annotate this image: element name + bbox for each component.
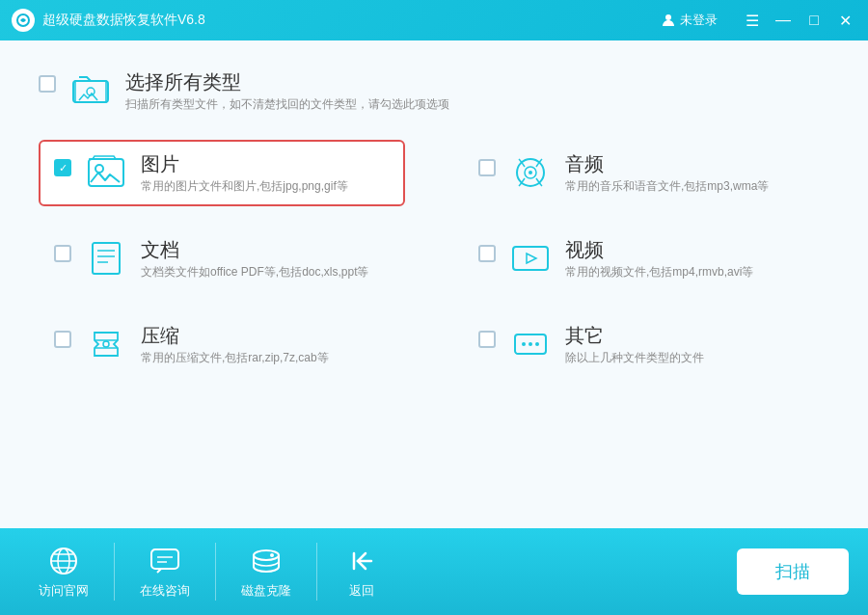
document-desc: 文档类文件如office PDF等,包括doc,xls,ppt等 xyxy=(141,264,390,281)
type-item-audio[interactable]: 音频 常用的音乐和语音文件,包括mp3,wma等 xyxy=(463,140,829,206)
other-checkbox[interactable] xyxy=(478,331,496,348)
select-all-title: 选择所有类型 xyxy=(125,69,829,94)
user-area[interactable]: 未登录 xyxy=(661,12,718,29)
compress-info: 压缩 常用的压缩文件,包括rar,zip,7z,cab等 xyxy=(141,323,390,366)
document-checkbox[interactable] xyxy=(54,245,71,262)
footer-disk-btn[interactable]: 磁盘克隆 xyxy=(222,536,311,607)
compress-desc: 常用的压缩文件,包括rar,zip,7z,cab等 xyxy=(141,350,390,366)
select-all-info: 选择所有类型 扫描所有类型文件，如不清楚找回的文件类型，请勾选此项选项 xyxy=(125,69,829,113)
svg-rect-9 xyxy=(93,243,120,274)
svg-point-21 xyxy=(535,342,539,346)
file-types-grid: 图片 常用的图片文件和图片,包括jpg,png,gif等 音频 xyxy=(39,140,829,378)
chat-icon xyxy=(148,544,182,578)
disk-label: 磁盘克隆 xyxy=(241,582,291,600)
video-title: 视频 xyxy=(565,237,814,262)
svg-rect-2 xyxy=(73,81,108,102)
footer: 访问官网 在线咨询 磁盘克隆 xyxy=(0,528,868,615)
user-label: 未登录 xyxy=(680,12,718,29)
svg-rect-27 xyxy=(151,549,178,569)
other-title: 其它 xyxy=(565,323,814,348)
back-icon xyxy=(344,544,379,578)
footer-divider-2 xyxy=(215,543,216,601)
maximize-button[interactable]: □ xyxy=(802,9,826,32)
compress-checkbox[interactable] xyxy=(54,331,71,348)
other-info: 其它 除以上几种文件类型的文件 xyxy=(565,323,814,366)
svg-point-5 xyxy=(95,165,103,173)
back-label: 返回 xyxy=(349,582,374,600)
globe-icon xyxy=(46,544,81,578)
type-item-other[interactable]: 其它 除以上几种文件类型的文件 xyxy=(463,311,829,378)
app-logo xyxy=(12,9,35,32)
video-info: 视频 常用的视频文件,包括mp4,rmvb,avi等 xyxy=(565,237,814,281)
select-all-checkbox[interactable] xyxy=(39,75,56,93)
other-icon xyxy=(509,323,552,365)
select-all-icon xyxy=(69,69,112,112)
other-desc: 除以上几种文件类型的文件 xyxy=(565,350,814,366)
video-checkbox[interactable] xyxy=(478,245,496,262)
consult-label: 在线咨询 xyxy=(140,582,190,600)
svg-point-17 xyxy=(103,341,109,347)
audio-info: 音频 常用的音乐和语音文件,包括mp3,wma等 xyxy=(565,151,814,195)
svg-point-20 xyxy=(529,342,532,346)
image-info: 图片 常用的图片文件和图片,包括jpg,png,gif等 xyxy=(141,151,390,195)
image-checkbox[interactable] xyxy=(54,159,71,176)
svg-point-8 xyxy=(529,171,532,174)
footer-back-btn[interactable]: 返回 xyxy=(323,536,400,607)
document-info: 文档 文档类文件如office PDF等,包括doc,xls,ppt等 xyxy=(141,237,390,281)
website-label: 访问官网 xyxy=(39,582,89,600)
document-title: 文档 xyxy=(141,237,390,262)
close-button[interactable]: ✕ xyxy=(833,9,856,32)
app-title: 超级硬盘数据恢复软件V6.8 xyxy=(42,12,661,29)
audio-icon xyxy=(509,151,552,194)
type-item-document[interactable]: 文档 文档类文件如office PDF等,包括doc,xls,ppt等 xyxy=(39,226,405,292)
footer-website-btn[interactable]: 访问官网 xyxy=(19,536,108,607)
audio-desc: 常用的音乐和语音文件,包括mp3,wma等 xyxy=(565,178,814,195)
document-icon xyxy=(85,237,127,280)
type-item-video[interactable]: 视频 常用的视频文件,包括mp4,rmvb,avi等 xyxy=(463,226,829,292)
compress-title: 压缩 xyxy=(141,323,390,348)
svg-point-30 xyxy=(254,550,279,560)
svg-point-1 xyxy=(665,14,671,20)
footer-divider-1 xyxy=(114,543,115,601)
svg-point-19 xyxy=(522,342,526,346)
main-content: 选择所有类型 扫描所有类型文件，如不清楚找回的文件类型，请勾选此项选项 图片 常… xyxy=(0,40,868,528)
disk-icon xyxy=(249,544,284,578)
title-bar: 超级硬盘数据恢复软件V6.8 未登录 ☰ — □ ✕ xyxy=(0,0,868,40)
footer-consult-btn[interactable]: 在线咨询 xyxy=(121,536,209,607)
svg-marker-14 xyxy=(527,254,536,263)
title-actions: 未登录 ☰ — □ ✕ xyxy=(661,9,856,32)
scan-button[interactable]: 扫描 xyxy=(737,548,849,595)
audio-checkbox[interactable] xyxy=(478,159,496,176)
video-desc: 常用的视频文件,包括mp4,rmvb,avi等 xyxy=(565,264,814,281)
window-controls: ☰ — □ ✕ xyxy=(741,9,856,32)
type-item-image[interactable]: 图片 常用的图片文件和图片,包括jpg,png,gif等 xyxy=(39,140,405,206)
footer-divider-3 xyxy=(316,543,317,601)
minimize-button[interactable]: — xyxy=(772,9,795,32)
select-all-desc: 扫描所有类型文件，如不清楚找回的文件类型，请勾选此项选项 xyxy=(125,96,829,113)
image-title: 图片 xyxy=(141,151,390,176)
compress-icon xyxy=(85,323,127,365)
svg-point-31 xyxy=(270,553,274,557)
menu-button[interactable]: ☰ xyxy=(741,9,764,32)
image-icon xyxy=(85,151,127,194)
svg-rect-13 xyxy=(513,247,548,270)
video-icon xyxy=(509,237,552,280)
image-desc: 常用的图片文件和图片,包括jpg,png,gif等 xyxy=(141,178,390,195)
type-item-compress[interactable]: 压缩 常用的压缩文件,包括rar,zip,7z,cab等 xyxy=(39,311,405,378)
audio-title: 音频 xyxy=(565,151,814,176)
select-all-row: 选择所有类型 扫描所有类型文件，如不清楚找回的文件类型，请勾选此项选项 xyxy=(39,69,829,113)
